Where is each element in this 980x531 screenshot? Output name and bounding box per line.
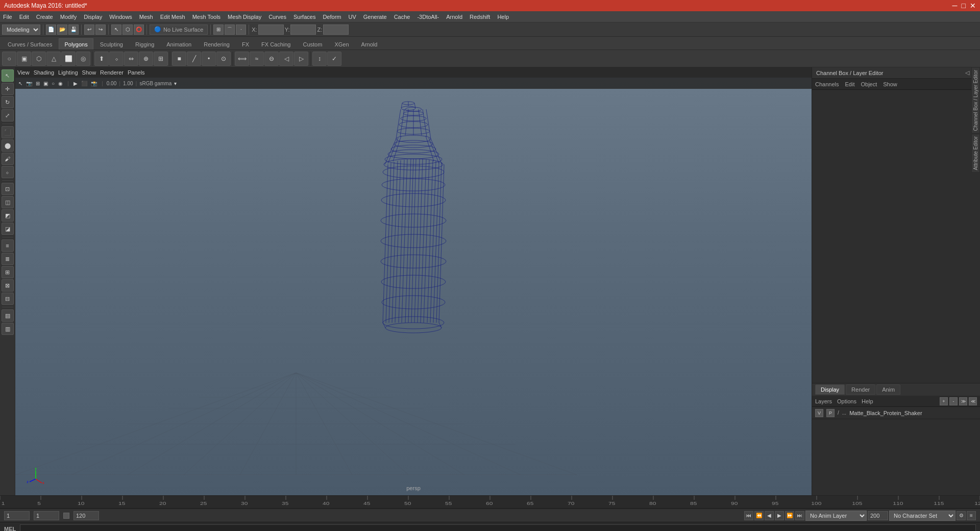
shelf-cylinder[interactable]: ⬡ [32,52,46,66]
layer-playback-p[interactable]: P [826,409,835,417]
shelf-tab-arnold[interactable]: Arnold [356,38,383,50]
close-button[interactable]: ✕ [970,2,976,10]
show-lt-1[interactable]: ≡ [2,239,14,252]
play-back-button[interactable]: ◀ [765,511,774,520]
anim-options-button[interactable]: ⚙ [957,511,966,520]
vit-camera[interactable]: 📷 [25,81,33,86]
sculpt-lt[interactable]: ⬦ [2,166,14,178]
menu-deform[interactable]: Deform [323,14,341,20]
open-file-button[interactable]: 📂 [57,25,67,35]
channels-tab[interactable]: Channels [815,81,839,87]
shelf-bridge[interactable]: ⇔ [124,52,138,66]
menu-uv[interactable]: UV [348,14,356,20]
vit-select[interactable]: ↖ [17,81,23,86]
current-frame-input[interactable] [34,511,59,520]
anim-tab[interactable]: Anim [876,384,900,395]
menu-file[interactable]: File [3,14,12,20]
channel-box-vertical-tab[interactable]: Channel Box / Layer Editor [971,67,980,134]
undo-button[interactable]: ↩ [84,25,94,35]
layer-name[interactable]: Matte_Black_Protein_Shaker [849,410,922,416]
vit-grid[interactable]: ⊞ [35,81,41,86]
shelf-triangulate[interactable]: ◁ [279,52,293,66]
display-tab[interactable]: Display [815,384,845,395]
channel-box-expand[interactable]: ◁ [965,69,969,76]
vit-wire[interactable]: ▣ [42,81,49,86]
frame-range-end[interactable] [868,511,888,520]
maximize-button[interactable]: □ [962,2,966,10]
go-to-start-button[interactable]: ⏮ [744,511,753,520]
command-input[interactable] [20,524,976,532]
new-file-button[interactable]: 📄 [46,25,56,35]
lasso-select-button[interactable]: ⬡ [122,25,133,35]
delete-layer-button[interactable]: - [949,397,958,405]
menu-mesh-tools[interactable]: Mesh Tools [192,14,220,20]
vit-smooth[interactable]: ○ [51,81,56,86]
soft-select-lt[interactable]: ⬤ [2,139,14,152]
shelf-smooth[interactable]: ≈ [250,52,264,66]
shelf-tab-rigging[interactable]: Rigging [130,38,160,50]
redo-button[interactable]: ↪ [95,25,106,35]
layer-options-button[interactable]: ≫ [959,397,967,405]
menu-arnold[interactable]: Arnold [446,14,462,20]
anim-settings-button[interactable]: ≡ [967,511,976,520]
shelf-cone[interactable]: △ [46,52,61,66]
menu-redshift[interactable]: Redshift [470,14,490,20]
display-lt-3[interactable]: ◩ [2,209,14,222]
shelf-transfer-attr[interactable]: ↕ [312,52,327,66]
layer-visibility-v[interactable]: V [815,409,823,417]
shelf-mirror[interactable]: ⟺ [235,52,249,66]
color-space-dropdown[interactable]: ▾ [173,81,178,86]
shelf-merge[interactable]: ⊕ [139,52,153,66]
shelf-select-vert[interactable]: • [202,52,216,66]
prev-frame-button[interactable]: ⏪ [754,511,764,520]
select-tool-button[interactable]: ↖ [111,25,121,35]
shelf-quadrangulate[interactable]: ▷ [294,52,308,66]
menu-create[interactable]: Create [36,14,53,20]
frame-start-input[interactable] [4,511,30,520]
shelf-bevel[interactable]: ⬦ [109,52,124,66]
shelf-sphere[interactable]: ○ [2,52,16,66]
vit-snapshot[interactable]: 📸 [90,81,98,86]
help-sub-tab[interactable]: Help [862,398,873,404]
go-to-end-button[interactable]: ⏭ [795,511,804,520]
next-frame-button[interactable]: ⏩ [785,511,794,520]
display-lt-4[interactable]: ◪ [2,223,14,235]
color-space-label[interactable]: sRGB gamma [139,81,172,86]
shelf-extrude[interactable]: ⬆ [94,52,109,66]
shelf-tab-fx[interactable]: FX [236,38,255,50]
snap-curve-button[interactable]: ⌒ [225,25,235,35]
shelf-torus[interactable]: ◎ [76,52,90,66]
lighting-menu[interactable]: Lighting [58,69,78,76]
x-coord-input[interactable] [258,25,284,35]
shelf-tab-sculpting[interactable]: Sculpting [94,38,129,50]
shelf-select-edge[interactable]: ╱ [187,52,201,66]
vit-ipr[interactable]: ⬛ [80,81,88,86]
save-file-button[interactable]: 💾 [68,25,79,35]
anim-layer-selector[interactable]: No Anim Layer [805,511,867,521]
shelf-select-uv[interactable]: ⊙ [216,52,231,66]
live-surface-button[interactable]: 🔵 No Live Surface [150,25,208,35]
snap-grid-button[interactable]: ⊞ [213,25,224,35]
panels-menu[interactable]: Panels [128,69,145,76]
move-tool-lt[interactable]: ✛ [2,83,14,95]
menu-generate[interactable]: Generate [363,14,387,20]
display-lt-1[interactable]: ⊡ [2,183,14,195]
y-coord-input[interactable] [290,25,316,35]
display-lt-2[interactable]: ◫ [2,196,14,208]
vit-render[interactable]: ▶ [72,81,79,86]
workspace-selector[interactable]: Modeling [2,25,40,35]
z-coord-input[interactable] [323,25,349,35]
vit-lit[interactable]: ◉ [57,81,64,86]
last-tool-lt[interactable]: ⬛ [2,126,14,138]
menu-surfaces[interactable]: Surfaces [293,14,315,20]
shelf-tab-rendering[interactable]: Rendering [198,38,235,50]
menu-edit[interactable]: Edit [19,14,29,20]
shelf-cleanup[interactable]: ✓ [327,52,341,66]
object-tab[interactable]: Object [861,81,877,87]
shelf-tab-polygons[interactable]: Polygons [59,38,93,50]
shelf-select-face[interactable]: ■ [172,52,186,66]
menu-mesh[interactable]: Mesh [139,14,153,20]
character-set-selector[interactable]: No Character Set [889,511,955,521]
scale-tool-lt[interactable]: ⤢ [2,109,14,122]
view-menu[interactable]: View [17,69,30,76]
